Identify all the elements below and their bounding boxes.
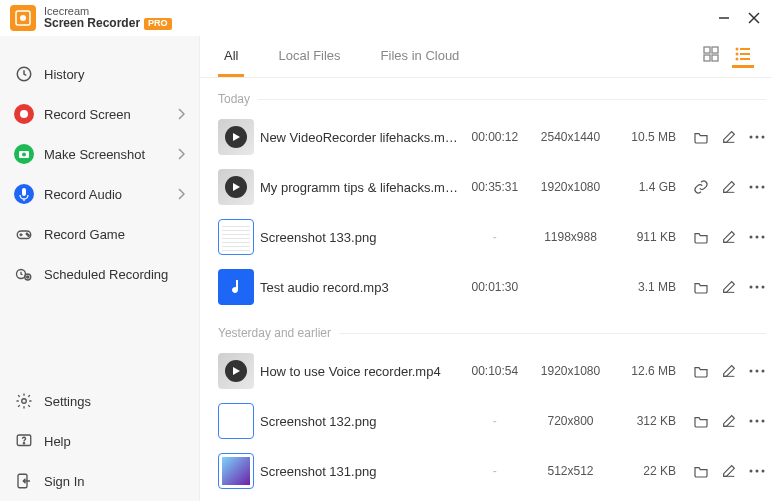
- sidebar-item-record-game[interactable]: Record Game: [0, 214, 199, 254]
- schedule-icon: [14, 264, 34, 284]
- file-name: Screenshot 132.png: [260, 414, 459, 429]
- titlebar: Icecream Screen Recorder PRO: [0, 0, 772, 36]
- more-button[interactable]: [748, 362, 766, 380]
- svg-point-38: [762, 186, 765, 189]
- svg-point-34: [756, 136, 759, 139]
- sidebar-item-record-audio[interactable]: Record Audio: [0, 174, 199, 214]
- svg-point-53: [762, 470, 765, 473]
- svg-point-10: [22, 153, 26, 157]
- file-duration: -: [465, 464, 525, 478]
- open-folder-button[interactable]: [692, 462, 710, 480]
- svg-point-44: [762, 286, 765, 289]
- list-item[interactable]: Screenshot 131.png-512x51222 KB: [218, 446, 766, 496]
- gear-icon: [14, 391, 34, 411]
- edit-button[interactable]: [720, 362, 738, 380]
- sidebar-item-record-screen[interactable]: Record Screen: [0, 94, 199, 134]
- list-item[interactable]: My programm tips & lifehacks.mp400:35:31…: [218, 162, 766, 212]
- file-name: How to use Voice recorder.mp4: [260, 364, 459, 379]
- edit-button[interactable]: [720, 128, 738, 146]
- svg-point-39: [750, 236, 753, 239]
- minimize-button[interactable]: [716, 10, 732, 26]
- video-thumb[interactable]: [218, 169, 254, 205]
- svg-rect-32: [740, 58, 750, 60]
- screenshot-thumb[interactable]: [218, 453, 254, 489]
- list-item[interactable]: How to use Voice recorder.mp400:10:54192…: [218, 346, 766, 396]
- more-button[interactable]: [748, 178, 766, 196]
- tab-all[interactable]: All: [218, 36, 244, 77]
- file-list[interactable]: TodayNew VideoRecorder lifehacks.mp400:0…: [200, 78, 772, 501]
- open-folder-button[interactable]: [692, 128, 710, 146]
- close-button[interactable]: [746, 10, 762, 26]
- list-item[interactable]: Screenshot 133.png-1198x988911 KB: [218, 212, 766, 262]
- svg-point-41: [762, 236, 765, 239]
- svg-point-7: [20, 110, 28, 118]
- edit-button[interactable]: [720, 228, 738, 246]
- screenshot-thumb[interactable]: [218, 403, 254, 439]
- sidebar-item-label: History: [44, 67, 84, 82]
- tab-local[interactable]: Local Files: [272, 36, 346, 77]
- sidebar-item-screenshot[interactable]: Make Screenshot: [0, 134, 199, 174]
- svg-point-49: [756, 420, 759, 423]
- file-size: 10.5 MB: [616, 130, 676, 144]
- link-button[interactable]: [692, 178, 710, 196]
- play-icon: [225, 126, 247, 148]
- sidebar-item-signin[interactable]: Sign In: [0, 461, 199, 501]
- open-folder-button[interactable]: [692, 362, 710, 380]
- video-thumb[interactable]: [218, 119, 254, 155]
- edit-button[interactable]: [720, 462, 738, 480]
- open-folder-button[interactable]: [692, 412, 710, 430]
- audio-thumb[interactable]: [218, 269, 254, 305]
- more-button[interactable]: [748, 412, 766, 430]
- chevron-right-icon: [177, 108, 185, 120]
- sidebar-item-help[interactable]: Help: [0, 421, 199, 461]
- video-thumb[interactable]: [218, 353, 254, 389]
- svg-point-18: [27, 276, 29, 278]
- edit-button[interactable]: [720, 278, 738, 296]
- more-button[interactable]: [748, 462, 766, 480]
- view-grid-button[interactable]: [700, 46, 722, 68]
- svg-rect-24: [712, 47, 718, 53]
- edit-button[interactable]: [720, 178, 738, 196]
- sidebar: HistoryRecord ScreenMake ScreenshotRecor…: [0, 36, 200, 501]
- svg-point-31: [736, 58, 739, 61]
- open-folder-button[interactable]: [692, 278, 710, 296]
- svg-point-48: [750, 420, 753, 423]
- file-dimensions: 2540x1440: [531, 130, 611, 144]
- pro-badge: PRO: [144, 18, 172, 30]
- sidebar-item-scheduled[interactable]: Scheduled Recording: [0, 254, 199, 294]
- list-item[interactable]: Screenshot 132.png-720x800312 KB: [218, 396, 766, 446]
- file-dimensions: 1920x1080: [531, 364, 611, 378]
- tab-cloud[interactable]: Files in Cloud: [375, 36, 466, 77]
- svg-point-50: [762, 420, 765, 423]
- svg-point-27: [736, 48, 739, 51]
- file-size: 312 KB: [616, 414, 676, 428]
- music-note-icon: [228, 277, 244, 297]
- rec-red-icon: [14, 104, 34, 124]
- file-duration: 00:01:30: [465, 280, 525, 294]
- edit-button[interactable]: [720, 412, 738, 430]
- sidebar-item-label: Settings: [44, 394, 91, 409]
- more-button[interactable]: [748, 278, 766, 296]
- group-header: Yesterday and earlier: [218, 312, 766, 346]
- list-item[interactable]: Test audio record.mp300:01:303.1 MB: [218, 262, 766, 312]
- chevron-right-icon: [177, 188, 185, 200]
- sidebar-item-settings[interactable]: Settings: [0, 381, 199, 421]
- sidebar-item-history[interactable]: History: [0, 54, 199, 94]
- svg-point-21: [23, 443, 24, 444]
- svg-point-43: [756, 286, 759, 289]
- more-button[interactable]: [748, 128, 766, 146]
- list-item[interactable]: New VideoRecorder lifehacks.mp400:00:122…: [218, 112, 766, 162]
- view-list-button[interactable]: [732, 46, 754, 68]
- sidebar-item-label: Scheduled Recording: [44, 267, 168, 282]
- file-size: 3.1 MB: [616, 280, 676, 294]
- play-icon: [225, 360, 247, 382]
- svg-rect-23: [704, 47, 710, 53]
- more-button[interactable]: [748, 228, 766, 246]
- file-name: New VideoRecorder lifehacks.mp4: [260, 130, 459, 145]
- group-header: Today: [218, 78, 766, 112]
- open-folder-button[interactable]: [692, 228, 710, 246]
- svg-point-35: [762, 136, 765, 139]
- svg-point-45: [750, 370, 753, 373]
- app-logo-icon: [10, 5, 36, 31]
- screenshot-thumb[interactable]: [218, 219, 254, 255]
